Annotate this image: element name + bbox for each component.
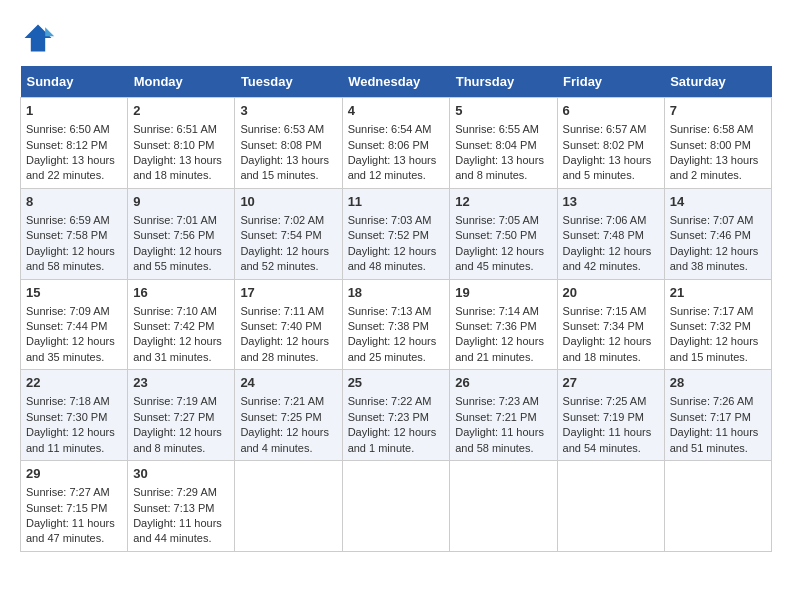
calendar-cell: 17Sunrise: 7:11 AMSunset: 7:40 PMDayligh…: [235, 279, 342, 370]
sunset-label: Sunset: 7:40 PM: [240, 320, 321, 332]
day-number: 9: [133, 193, 229, 211]
day-number: 5: [455, 102, 551, 120]
calendar-cell: 1Sunrise: 6:50 AMSunset: 8:12 PMDaylight…: [21, 98, 128, 189]
sunrise-label: Sunrise: 6:57 AM: [563, 123, 647, 135]
day-number: 23: [133, 374, 229, 392]
day-number: 21: [670, 284, 766, 302]
daylight-label: Daylight: 11 hours and 44 minutes.: [133, 517, 222, 544]
day-number: 22: [26, 374, 122, 392]
daylight-label: Daylight: 12 hours and 28 minutes.: [240, 335, 329, 362]
sunset-label: Sunset: 7:30 PM: [26, 411, 107, 423]
sunset-label: Sunset: 7:27 PM: [133, 411, 214, 423]
daylight-label: Daylight: 13 hours and 2 minutes.: [670, 154, 759, 181]
calendar-table: SundayMondayTuesdayWednesdayThursdayFrid…: [20, 66, 772, 552]
column-header-wednesday: Wednesday: [342, 66, 450, 98]
sunset-label: Sunset: 7:48 PM: [563, 229, 644, 241]
calendar-cell: 27Sunrise: 7:25 AMSunset: 7:19 PMDayligh…: [557, 370, 664, 461]
sunset-label: Sunset: 7:25 PM: [240, 411, 321, 423]
calendar-cell: [557, 461, 664, 552]
daylight-label: Daylight: 12 hours and 58 minutes.: [26, 245, 115, 272]
daylight-label: Daylight: 11 hours and 54 minutes.: [563, 426, 652, 453]
sunset-label: Sunset: 7:21 PM: [455, 411, 536, 423]
logo: [20, 20, 60, 56]
sunset-label: Sunset: 7:46 PM: [670, 229, 751, 241]
calendar-cell: 8Sunrise: 6:59 AMSunset: 7:58 PMDaylight…: [21, 188, 128, 279]
column-header-saturday: Saturday: [664, 66, 771, 98]
day-number: 12: [455, 193, 551, 211]
calendar-week-row: 8Sunrise: 6:59 AMSunset: 7:58 PMDaylight…: [21, 188, 772, 279]
daylight-label: Daylight: 13 hours and 22 minutes.: [26, 154, 115, 181]
day-number: 18: [348, 284, 445, 302]
sunrise-label: Sunrise: 7:17 AM: [670, 305, 754, 317]
day-number: 28: [670, 374, 766, 392]
logo-icon: [20, 20, 56, 56]
calendar-cell: 18Sunrise: 7:13 AMSunset: 7:38 PMDayligh…: [342, 279, 450, 370]
daylight-label: Daylight: 12 hours and 4 minutes.: [240, 426, 329, 453]
calendar-cell: 15Sunrise: 7:09 AMSunset: 7:44 PMDayligh…: [21, 279, 128, 370]
daylight-label: Daylight: 13 hours and 8 minutes.: [455, 154, 544, 181]
sunrise-label: Sunrise: 7:01 AM: [133, 214, 217, 226]
sunrise-label: Sunrise: 7:19 AM: [133, 395, 217, 407]
sunrise-label: Sunrise: 7:10 AM: [133, 305, 217, 317]
calendar-cell: 28Sunrise: 7:26 AMSunset: 7:17 PMDayligh…: [664, 370, 771, 461]
daylight-label: Daylight: 12 hours and 18 minutes.: [563, 335, 652, 362]
sunrise-label: Sunrise: 7:07 AM: [670, 214, 754, 226]
calendar-cell: 5Sunrise: 6:55 AMSunset: 8:04 PMDaylight…: [450, 98, 557, 189]
daylight-label: Daylight: 12 hours and 31 minutes.: [133, 335, 222, 362]
calendar-cell: 9Sunrise: 7:01 AMSunset: 7:56 PMDaylight…: [128, 188, 235, 279]
day-number: 26: [455, 374, 551, 392]
calendar-cell: 10Sunrise: 7:02 AMSunset: 7:54 PMDayligh…: [235, 188, 342, 279]
daylight-label: Daylight: 13 hours and 15 minutes.: [240, 154, 329, 181]
day-number: 17: [240, 284, 336, 302]
sunrise-label: Sunrise: 7:25 AM: [563, 395, 647, 407]
sunrise-label: Sunrise: 7:21 AM: [240, 395, 324, 407]
calendar-cell: 23Sunrise: 7:19 AMSunset: 7:27 PMDayligh…: [128, 370, 235, 461]
day-number: 25: [348, 374, 445, 392]
column-header-tuesday: Tuesday: [235, 66, 342, 98]
sunrise-label: Sunrise: 6:53 AM: [240, 123, 324, 135]
calendar-cell: 12Sunrise: 7:05 AMSunset: 7:50 PMDayligh…: [450, 188, 557, 279]
calendar-cell: 6Sunrise: 6:57 AMSunset: 8:02 PMDaylight…: [557, 98, 664, 189]
day-number: 2: [133, 102, 229, 120]
sunrise-label: Sunrise: 7:22 AM: [348, 395, 432, 407]
sunrise-label: Sunrise: 7:15 AM: [563, 305, 647, 317]
sunrise-label: Sunrise: 6:51 AM: [133, 123, 217, 135]
sunrise-label: Sunrise: 6:55 AM: [455, 123, 539, 135]
sunset-label: Sunset: 8:12 PM: [26, 139, 107, 151]
day-number: 27: [563, 374, 659, 392]
day-number: 30: [133, 465, 229, 483]
day-number: 24: [240, 374, 336, 392]
day-number: 11: [348, 193, 445, 211]
calendar-header-row: SundayMondayTuesdayWednesdayThursdayFrid…: [21, 66, 772, 98]
day-number: 19: [455, 284, 551, 302]
daylight-label: Daylight: 12 hours and 8 minutes.: [133, 426, 222, 453]
daylight-label: Daylight: 12 hours and 15 minutes.: [670, 335, 759, 362]
day-number: 15: [26, 284, 122, 302]
calendar-cell: [664, 461, 771, 552]
calendar-cell: 7Sunrise: 6:58 AMSunset: 8:00 PMDaylight…: [664, 98, 771, 189]
sunset-label: Sunset: 7:17 PM: [670, 411, 751, 423]
day-number: 3: [240, 102, 336, 120]
column-header-friday: Friday: [557, 66, 664, 98]
calendar-cell: [450, 461, 557, 552]
daylight-label: Daylight: 12 hours and 38 minutes.: [670, 245, 759, 272]
sunset-label: Sunset: 7:56 PM: [133, 229, 214, 241]
calendar-cell: [342, 461, 450, 552]
sunset-label: Sunset: 8:00 PM: [670, 139, 751, 151]
sunset-label: Sunset: 7:19 PM: [563, 411, 644, 423]
calendar-cell: 2Sunrise: 6:51 AMSunset: 8:10 PMDaylight…: [128, 98, 235, 189]
sunset-label: Sunset: 7:32 PM: [670, 320, 751, 332]
sunrise-label: Sunrise: 6:58 AM: [670, 123, 754, 135]
sunset-label: Sunset: 7:36 PM: [455, 320, 536, 332]
calendar-cell: 11Sunrise: 7:03 AMSunset: 7:52 PMDayligh…: [342, 188, 450, 279]
day-number: 7: [670, 102, 766, 120]
daylight-label: Daylight: 11 hours and 51 minutes.: [670, 426, 759, 453]
sunrise-label: Sunrise: 7:14 AM: [455, 305, 539, 317]
calendar-cell: 4Sunrise: 6:54 AMSunset: 8:06 PMDaylight…: [342, 98, 450, 189]
sunrise-label: Sunrise: 7:03 AM: [348, 214, 432, 226]
day-number: 20: [563, 284, 659, 302]
calendar-cell: 20Sunrise: 7:15 AMSunset: 7:34 PMDayligh…: [557, 279, 664, 370]
day-number: 14: [670, 193, 766, 211]
sunset-label: Sunset: 7:52 PM: [348, 229, 429, 241]
daylight-label: Daylight: 11 hours and 58 minutes.: [455, 426, 544, 453]
